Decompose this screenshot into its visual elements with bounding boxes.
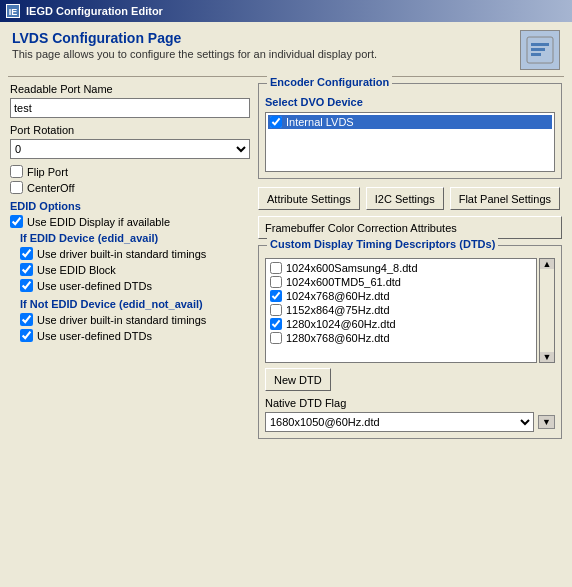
dtd-item-label-4: 1280x1024@60Hz.dtd [286,318,396,330]
dtd-listbox[interactable]: 1024x600Samsung4_8.dtd 1024x600TMD5_61.d… [265,258,537,363]
scroll-up-icon[interactable]: ▲ [543,259,552,269]
dtd-listbox-wrapper: 1024x600Samsung4_8.dtd 1024x600TMD5_61.d… [265,258,555,363]
dtd-item-checkbox-4[interactable] [270,318,282,330]
dtd-item-label-2: 1024x768@60Hz.dtd [286,290,390,302]
internal-lvds-label: Internal LVDS [286,116,354,128]
not-edid-user-dtds-label: Use user-defined DTDs [37,330,152,342]
edid-block-checkbox[interactable] [20,263,33,276]
header-icon [520,30,560,70]
not-edid-driver-builtin-label: Use driver built-in standard timings [37,314,206,326]
page-header-text: LVDS Configuration Page This page allows… [12,30,377,60]
encoder-config-content: Select DVO Device Internal LVDS [265,96,555,172]
flip-port-label: Flip Port [27,166,68,178]
flat-panel-settings-button[interactable]: Flat Panel Settings [450,187,560,210]
port-rotation-label: Port Rotation [10,124,250,136]
flip-port-row: Flip Port [10,165,250,178]
port-name-field: Readable Port Name [10,83,250,118]
dtd-item-label-0: 1024x600Samsung4_8.dtd [286,262,418,274]
not-edid-user-dtds-row: Use user-defined DTDs [20,329,250,342]
attribute-settings-button[interactable]: Attribute Settings [258,187,360,210]
port-rotation-field: Port Rotation 0 90 180 270 [10,124,250,159]
if-edid-device-section: If EDID Device (edid_avail) Use driver b… [20,232,250,292]
edid-driver-builtin-label: Use driver built-in standard timings [37,248,206,260]
dtd-item-checkbox-3[interactable] [270,304,282,316]
not-edid-driver-builtin-checkbox[interactable] [20,313,33,326]
use-edid-display-checkbox[interactable] [10,215,23,228]
flip-port-checkbox[interactable] [10,165,23,178]
list-item[interactable]: 1024x768@60Hz.dtd [268,289,534,303]
framebuffer-row: Framebuffer Color Correction Attributes [258,216,562,239]
list-item[interactable]: 1024x600TMD5_61.dtd [268,275,534,289]
svg-rect-3 [531,53,541,56]
encoder-config-group: Encoder Configuration Select DVO Device … [258,83,562,179]
port-name-input[interactable] [10,98,250,118]
encoder-config-label: Encoder Configuration [267,76,392,88]
select-dvo-label: Select DVO Device [265,96,555,108]
dtd-item-label-1: 1024x600TMD5_61.dtd [286,276,401,288]
two-col-layout: Readable Port Name Port Rotation 0 90 18… [0,83,572,587]
dtd-scrollbar[interactable]: ▲ ▼ [539,258,555,363]
config-buttons-row: Attribute Settings I2C Settings Flat Pan… [258,187,562,210]
new-dtd-button[interactable]: New DTD [265,368,331,391]
list-item[interactable]: 1024x600Samsung4_8.dtd [268,261,534,275]
edid-block-label: Use EDID Block [37,264,116,276]
app-icon: IE [6,4,20,18]
use-edid-display-label: Use EDID Display if available [27,216,170,228]
title-bar: IE IEGD Configuration Editor [0,0,572,22]
dtd-item-label-5: 1280x768@60Hz.dtd [286,332,390,344]
listbox-item[interactable]: Internal LVDS [268,115,552,129]
custom-dtd-group: Custom Display Timing Descriptors (DTDs)… [258,245,562,439]
if-not-edid-section: If Not EDID Device (edid_not_avail) Use … [20,298,250,342]
dtd-item-label-3: 1152x864@75Hz.dtd [286,304,390,316]
list-item[interactable]: 1280x768@60Hz.dtd [268,331,534,345]
i2c-settings-button[interactable]: I2C Settings [366,187,444,210]
custom-dtd-content: 1024x600Samsung4_8.dtd 1024x600TMD5_61.d… [265,258,555,432]
native-dtd-flag-row: Native DTD Flag 1680x1050@60Hz.dtd ▼ [265,397,555,432]
use-edid-display-row: Use EDID Display if available [10,215,250,228]
edid-block-row: Use EDID Block [20,263,250,276]
dtd-item-checkbox-2[interactable] [270,290,282,302]
framebuffer-button[interactable]: Framebuffer Color Correction Attributes [258,216,562,239]
scroll-down-icon[interactable]: ▼ [543,352,552,362]
edid-options-label: EDID Options [10,200,250,212]
dtd-item-checkbox-0[interactable] [270,262,282,274]
native-dtd-dropdown-row: 1680x1050@60Hz.dtd ▼ [265,412,555,432]
edid-driver-builtin-row: Use driver built-in standard timings [20,247,250,260]
center-off-row: CenterOff [10,181,250,194]
edid-options-section: EDID Options Use EDID Display if availab… [10,200,250,342]
page-header: LVDS Configuration Page This page allows… [0,22,572,76]
native-dtd-flag-label: Native DTD Flag [265,397,555,409]
native-dtd-select[interactable]: 1680x1050@60Hz.dtd [265,412,534,432]
internal-lvds-checkbox[interactable] [270,116,282,128]
list-item[interactable]: 1152x864@75Hz.dtd [268,303,534,317]
main-content: LVDS Configuration Page This page allows… [0,22,572,587]
dtd-item-checkbox-1[interactable] [270,276,282,288]
port-rotation-select[interactable]: 0 90 180 270 [10,139,250,159]
if-not-edid-label: If Not EDID Device (edid_not_avail) [20,298,250,310]
edid-user-dtds-row: Use user-defined DTDs [20,279,250,292]
not-edid-driver-builtin-row: Use driver built-in standard timings [20,313,250,326]
port-name-label: Readable Port Name [10,83,250,95]
if-edid-device-label: If EDID Device (edid_avail) [20,232,250,244]
title-bar-label: IEGD Configuration Editor [26,5,163,17]
custom-dtd-label: Custom Display Timing Descriptors (DTDs) [267,238,498,250]
page-title: LVDS Configuration Page [12,30,377,46]
dtd-item-checkbox-5[interactable] [270,332,282,344]
dvo-device-listbox[interactable]: Internal LVDS [265,112,555,172]
svg-rect-1 [531,43,549,46]
center-off-checkbox[interactable] [10,181,23,194]
page-subtitle: This page allows you to configure the se… [12,48,377,60]
native-dtd-dropdown-icon[interactable]: ▼ [538,415,555,429]
new-dtd-row: New DTD [265,368,555,391]
list-item[interactable]: 1280x1024@60Hz.dtd [268,317,534,331]
left-panel: Readable Port Name Port Rotation 0 90 18… [10,83,250,587]
right-panel: Encoder Configuration Select DVO Device … [258,83,562,587]
edid-driver-builtin-checkbox[interactable] [20,247,33,260]
edid-user-dtds-checkbox[interactable] [20,279,33,292]
svg-rect-2 [531,48,545,51]
not-edid-user-dtds-checkbox[interactable] [20,329,33,342]
edid-user-dtds-label: Use user-defined DTDs [37,280,152,292]
center-off-label: CenterOff [27,182,75,194]
